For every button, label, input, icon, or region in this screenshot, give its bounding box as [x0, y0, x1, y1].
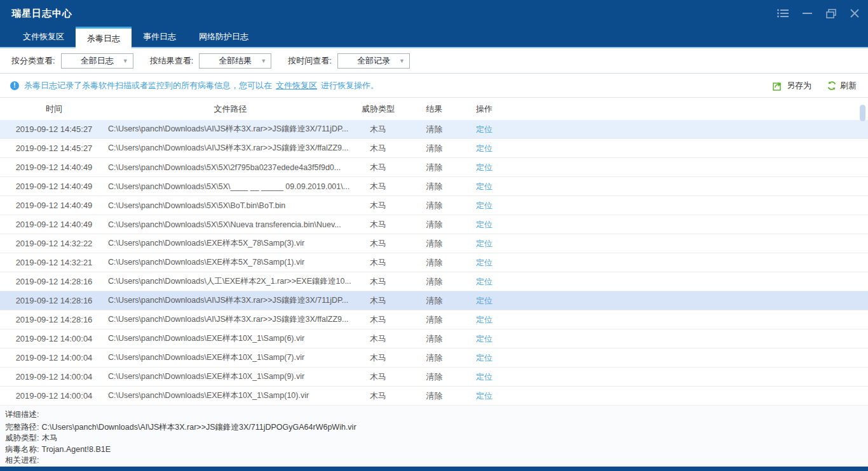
save-as-button[interactable]: 另存为: [773, 80, 811, 91]
cell-time: 2019-09-12 14:40:49: [0, 163, 108, 172]
table-row[interactable]: 2019-09-12 14:28:16C:\Users\panch\Downlo…: [0, 310, 868, 329]
table-row[interactable]: 2019-09-12 14:00:04C:\Users\panch\Downlo…: [0, 329, 868, 348]
cell-path: C:\Users\panch\Downloads\AI\JS样本3X.rar>>…: [108, 143, 353, 154]
cell-path: C:\Users\panch\Downloads\EXE样本10X_1\Samp…: [108, 333, 353, 344]
cell-path: C:\Users\panch\Downloads\5X\5X\Nueva tra…: [108, 220, 353, 229]
locate-link[interactable]: 定位: [476, 315, 492, 324]
column-header-1: 文件路径: [108, 103, 353, 115]
detail-field-value: Trojan.Agent!8.B1E: [41, 445, 111, 454]
cell-path: C:\Users\panch\Downloads\EXE样本10X_1\Samp…: [108, 352, 353, 363]
cell-threat-type: 木马: [353, 333, 403, 345]
locate-link[interactable]: 定位: [476, 258, 492, 267]
cell-threat-type: 木马: [353, 257, 403, 269]
cell-time: 2019-09-12 14:00:04: [0, 391, 108, 401]
table-row[interactable]: 2019-09-12 14:45:27C:\Users\panch\Downlo…: [0, 139, 868, 158]
locate-link[interactable]: 定位: [476, 143, 492, 153]
detail-field-1: 威胁类型:木马: [5, 433, 868, 444]
cell-action: 定位: [465, 181, 503, 192]
refresh-button[interactable]: 刷新: [827, 80, 857, 91]
dropdown-value: 全部日志: [81, 55, 114, 67]
rising-log-center-window: 瑞星日志中心: [0, 0, 868, 471]
table-row[interactable]: 2019-09-12 14:00:04C:\Users\panch\Downlo…: [0, 348, 868, 368]
scrollbar-thumb[interactable]: [860, 105, 865, 121]
locate-link[interactable]: 定位: [476, 163, 492, 172]
locate-link[interactable]: 定位: [476, 334, 492, 343]
cell-path: C:\Users\panch\Downloads\EXE样本5X_78\Samp…: [108, 238, 353, 249]
refresh-label: 刷新: [840, 80, 857, 91]
column-header-2: 威胁类型: [353, 103, 403, 115]
cell-path: C:\Users\panch\Downloads\AI\JS样本3X.rar>>…: [108, 295, 353, 306]
detail-field-label: 威胁类型:: [5, 434, 39, 442]
info-text-before: 杀毒日志记录了杀毒软件扫描或者监控到的所有病毒信息，您可以在: [24, 80, 272, 91]
table-row[interactable]: 2019-09-12 14:40:49C:\Users\panch\Downlo…: [0, 215, 868, 234]
locate-link[interactable]: 定位: [476, 220, 492, 229]
table-row[interactable]: 2019-09-12 14:00:04C:\Users\panch\Downlo…: [0, 368, 868, 387]
detail-field-value: 木马: [41, 434, 57, 442]
locate-link[interactable]: 定位: [476, 239, 492, 248]
tab-2[interactable]: 事件日志: [132, 27, 187, 47]
cell-time: 2019-09-12 14:28:16: [0, 277, 108, 286]
tab-1[interactable]: 杀毒日志: [76, 27, 132, 48]
cell-threat-type: 木马: [353, 219, 403, 230]
table-row[interactable]: 2019-09-12 14:28:16C:\Users\panch\Downlo…: [0, 291, 868, 310]
cell-action: 定位: [465, 333, 503, 345]
tab-bar: 文件恢复区杀毒日志事件日志网络防护日志: [0, 27, 868, 48]
tab-0[interactable]: 文件恢复区: [11, 27, 76, 47]
cell-path: C:\Users\panch\Downloads\5X\5X\2f795ba02…: [108, 163, 353, 172]
table-row[interactable]: 2019-09-12 14:40:49C:\Users\panch\Downlo…: [0, 196, 868, 215]
table-row[interactable]: 2019-09-12 14:32:21C:\Users\panch\Downlo…: [0, 253, 868, 272]
info-actions: 另存为 刷新: [773, 80, 857, 91]
cell-action: 定位: [465, 390, 503, 402]
tab-3[interactable]: 网络防护日志: [187, 27, 260, 47]
cell-time: 2019-09-12 14:00:04: [0, 372, 108, 381]
detail-field-0: 完整路径:C:\Users\panch\Downloads\AI\JS样本3X.…: [5, 422, 868, 434]
restore-button[interactable]: [826, 7, 836, 20]
table-row[interactable]: 2019-09-12 14:28:16C:\Users\panch\Downlo…: [0, 272, 868, 291]
cell-result: 清除: [403, 390, 465, 402]
info-icon: !: [10, 81, 19, 90]
filter-label: 按时间查看:: [288, 55, 332, 67]
cell-threat-type: 木马: [353, 276, 403, 288]
detail-field-label: 相关进程:: [5, 456, 39, 465]
refresh-icon: [827, 81, 837, 91]
cell-action: 定位: [465, 352, 503, 364]
filter-dropdown-2[interactable]: 全部记录▼: [337, 53, 410, 69]
filter-group-2: 按时间查看:全部记录▼: [288, 53, 410, 69]
table-row[interactable]: 2019-09-12 14:40:49C:\Users\panch\Downlo…: [0, 158, 868, 177]
table-row[interactable]: 2019-09-12 14:32:22C:\Users\panch\Downlo…: [0, 234, 868, 253]
locate-link[interactable]: 定位: [476, 296, 492, 305]
column-header-0: 时间: [0, 103, 108, 115]
cell-action: 定位: [465, 200, 503, 211]
table-row[interactable]: 2019-09-12 14:40:49C:\Users\panch\Downlo…: [0, 177, 868, 196]
cell-threat-type: 木马: [353, 181, 403, 192]
cell-action: 定位: [465, 162, 503, 173]
cell-result: 清除: [403, 276, 465, 288]
filter-bar: 按分类查看:全部日志▼按结果查看:全部结果▼按时间查看:全部记录▼: [0, 48, 868, 74]
detail-field-value: C:\Users\panch\Downloads\AI\JS样本3X.rar>>…: [41, 423, 356, 432]
file-recovery-link[interactable]: 文件恢复区: [276, 80, 317, 91]
locate-link[interactable]: 定位: [476, 182, 492, 191]
locate-link[interactable]: 定位: [476, 391, 492, 401]
cell-result: 清除: [403, 238, 465, 249]
close-button[interactable]: [850, 7, 859, 20]
cell-path: C:\Users\panch\Downloads\AI\JS样本3X.rar>>…: [108, 124, 353, 135]
info-text-after: 进行恢复操作。: [321, 80, 379, 91]
table-row[interactable]: 2019-09-12 14:45:27C:\Users\panch\Downlo…: [0, 120, 868, 139]
filter-group-0: 按分类查看:全部日志▼: [11, 53, 133, 69]
minimize-button[interactable]: [803, 7, 812, 20]
locate-link[interactable]: 定位: [476, 353, 492, 362]
cell-result: 清除: [403, 333, 465, 345]
locate-link[interactable]: 定位: [476, 201, 492, 210]
table-row[interactable]: 2019-09-12 14:00:04C:\Users\panch\Downlo…: [0, 387, 868, 406]
cell-result: 清除: [403, 162, 465, 173]
locate-link[interactable]: 定位: [476, 372, 492, 381]
filter-dropdown-1[interactable]: 全部结果▼: [199, 53, 271, 69]
locate-link[interactable]: 定位: [476, 124, 492, 134]
cell-path: C:\Users\panch\Downloads\5X\5X\BoT.bin\B…: [108, 201, 353, 210]
filter-dropdown-0[interactable]: 全部日志▼: [61, 53, 133, 69]
cell-result: 清除: [403, 200, 465, 211]
cell-action: 定位: [465, 314, 503, 326]
locate-link[interactable]: 定位: [476, 277, 492, 286]
detail-field-2: 病毒名称:Trojan.Agent!8.B1E: [5, 444, 868, 456]
menu-icon[interactable]: [777, 7, 789, 20]
